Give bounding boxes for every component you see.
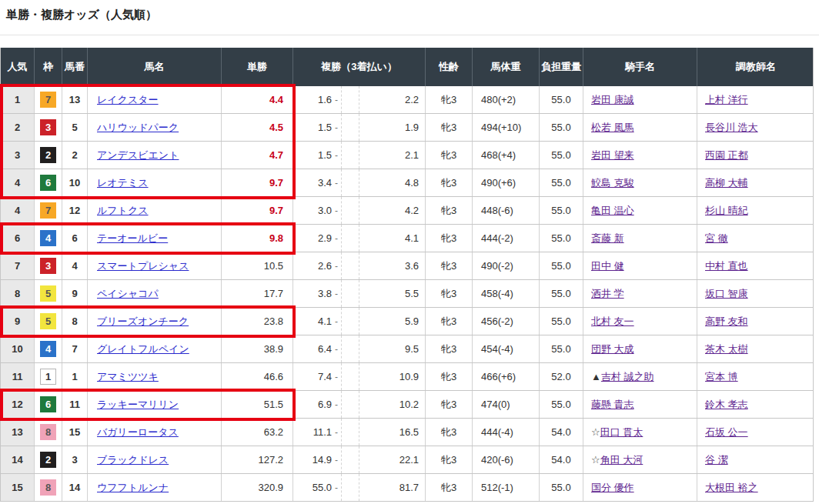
place-odds-dash: - — [332, 372, 341, 382]
horse-number: 12 — [69, 205, 80, 216]
place-odds-cell: 6.4 - 9.5 — [293, 335, 426, 362]
horse-name-link[interactable]: レオテミス — [97, 176, 149, 190]
sex-age-value: 牝3 — [441, 398, 456, 412]
place-odds-divider — [341, 252, 359, 279]
jockey-link[interactable]: 酒井 学 — [591, 287, 624, 301]
horse-name-link[interactable]: ペイシャコパ — [97, 287, 159, 301]
horse-number-cell: 2 — [62, 142, 88, 169]
sex-age-value: 牝3 — [441, 426, 456, 439]
jockey-cell: ☆角田 大河 — [583, 446, 697, 473]
trainer-link[interactable]: 杉山 晴紀 — [705, 204, 748, 218]
sex-age-value: 牝3 — [441, 121, 456, 135]
horse-name-link[interactable]: ブリーズオンチーク — [97, 315, 189, 329]
header-sex-age: 性齢 — [426, 48, 473, 86]
trainer-link[interactable]: 高野 友和 — [705, 315, 748, 329]
trainer-link[interactable]: 茶木 太樹 — [705, 342, 748, 356]
place-odds-low: 6.4 — [293, 343, 332, 355]
sex-age-cell: 牝3 — [426, 474, 473, 501]
horse-weight-value: 420(-6) — [481, 454, 513, 466]
trainer-cell: 長谷川 浩大 — [697, 114, 814, 141]
header-carried-weight: 負担重量 — [540, 48, 583, 86]
horse-name-link[interactable]: ウフフトルンナ — [97, 481, 169, 495]
jockey-link[interactable]: 田口 貫太 — [600, 426, 644, 439]
trainer-link[interactable]: 中村 直也 — [705, 259, 748, 273]
sex-age-value: 牝3 — [441, 453, 456, 467]
frame-badge: 7 — [40, 202, 56, 219]
horse-number-cell: 4 — [62, 252, 88, 279]
jockey-cell: 岩田 康誠 — [583, 86, 697, 113]
trainer-link[interactable]: 宮本 博 — [705, 370, 738, 384]
horse-name-cell: テーオールビー — [88, 225, 222, 252]
place-odds-cell: 6.9 - 10.2 — [293, 391, 426, 418]
win-odds-value: 9.8 — [269, 232, 283, 244]
jockey-link[interactable]: 岩田 望来 — [591, 149, 634, 162]
horse-weight-cell: 456(-2) — [473, 308, 540, 335]
horse-weight-cell: 458(-4) — [473, 280, 540, 307]
trainer-link[interactable]: 上村 洋行 — [705, 93, 748, 107]
rank-cell: 3 — [1, 142, 35, 169]
jockey-link[interactable]: 鮫島 克駿 — [591, 176, 634, 190]
horse-number: 7 — [72, 343, 77, 355]
place-odds-dash: - — [332, 455, 341, 466]
rank-value: 3 — [15, 149, 20, 161]
rank-cell: 4 — [1, 197, 35, 224]
carried-weight-value: 54.0 — [551, 426, 570, 438]
horse-name-link[interactable]: スマートプレシャス — [97, 259, 189, 273]
table-row: 14 2 3 ブラックドレス 127.2 14.9 - 22.1 牝3 420(… — [1, 446, 813, 474]
win-odds-value: 38.9 — [264, 343, 283, 355]
frame-cell: 1 — [35, 363, 62, 390]
trainer-link[interactable]: 谷 潔 — [705, 453, 728, 467]
jockey-cell: 藤懸 貴志 — [583, 391, 697, 418]
place-odds-cell: 1.6 - 2.2 — [293, 86, 426, 113]
jockey-link[interactable]: 団野 大成 — [591, 342, 634, 356]
jockey-link[interactable]: 国分 優作 — [591, 481, 634, 495]
horse-name-link[interactable]: ブラックドレス — [97, 453, 169, 467]
place-odds-high: 3.6 — [359, 260, 425, 272]
rank-value: 12 — [12, 399, 22, 410]
sex-age-value: 牝3 — [441, 315, 456, 329]
horse-weight-cell: 444(-2) — [473, 225, 540, 252]
horse-name-link[interactable]: レイクスター — [97, 93, 159, 107]
horse-number-cell: 15 — [62, 419, 88, 446]
horse-name-link[interactable]: アマミツツキ — [97, 370, 159, 384]
trainer-link[interactable]: 大根田 裕之 — [705, 481, 758, 495]
jockey-link[interactable]: 斎藤 新 — [591, 232, 624, 245]
jockey-link[interactable]: 北村 友一 — [591, 315, 634, 329]
horse-weight-value: 490(+6) — [481, 177, 516, 189]
jockey-cell: 国分 優作 — [583, 474, 697, 501]
horse-name-link[interactable]: ラッキーマリリン — [97, 398, 179, 412]
jockey-link[interactable]: 亀田 温心 — [591, 204, 634, 218]
trainer-cell: 西園 正都 — [697, 142, 814, 169]
horse-name-link[interactable]: ルフトクス — [97, 204, 149, 218]
rank-value: 11 — [12, 371, 23, 382]
jockey-link[interactable]: 吉村 誠之助 — [601, 370, 654, 384]
horse-name-link[interactable]: ハリウッドパーク — [97, 121, 179, 135]
place-odds-divider — [341, 197, 359, 224]
jockey-link[interactable]: 藤懸 貴志 — [591, 398, 634, 412]
trainer-link[interactable]: 西園 正都 — [705, 149, 748, 162]
jockey-link[interactable]: 松若 風馬 — [591, 121, 634, 135]
trainer-link[interactable]: 鈴木 孝志 — [705, 398, 748, 412]
horse-name-link[interactable]: バガリーロータス — [97, 426, 179, 439]
horse-name-link[interactable]: グレイトフルペイン — [97, 342, 189, 356]
jockey-link[interactable]: 角田 大河 — [600, 453, 644, 467]
trainer-link[interactable]: 高柳 大輔 — [705, 176, 748, 190]
trainer-link[interactable]: 石坂 公一 — [705, 426, 748, 439]
rank-value: 8 — [15, 288, 20, 299]
trainer-link[interactable]: 宮 徹 — [705, 232, 728, 245]
place-odds-cell: 4.1 - 5.9 — [293, 308, 426, 335]
trainer-link[interactable]: 坂口 智康 — [705, 287, 748, 301]
jockey-link[interactable]: 岩田 康誠 — [591, 93, 634, 107]
horse-name-link[interactable]: アンデスビエント — [97, 149, 179, 162]
header-trainer: 調教師名 — [697, 48, 814, 86]
jockey-link[interactable]: 田中 健 — [591, 259, 624, 273]
frame-badge: 4 — [40, 341, 56, 357]
sex-age-value: 牝3 — [441, 149, 456, 162]
frame-badge: 3 — [40, 258, 56, 274]
horse-weight-cell: 512(-1) — [473, 474, 540, 501]
horse-name-link[interactable]: テーオールビー — [97, 232, 168, 245]
carried-weight-cell: 55.0 — [540, 86, 583, 113]
rank-value: 13 — [12, 426, 22, 438]
horse-weight-cell: 480(+2) — [473, 86, 540, 113]
trainer-link[interactable]: 長谷川 浩大 — [705, 121, 758, 135]
